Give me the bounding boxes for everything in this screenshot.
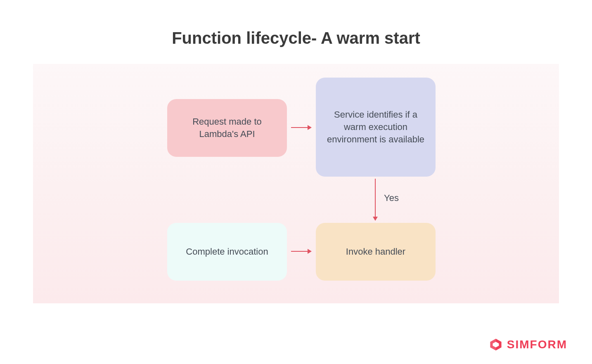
node-service-label: Service identifies if a warm execution e… <box>322 109 429 145</box>
brand-mark-icon <box>489 338 503 352</box>
brand-name: SIMFORM <box>507 338 567 351</box>
node-service: Service identifies if a warm execution e… <box>316 78 436 177</box>
node-complete: Complete invocation <box>167 223 287 281</box>
node-request-label: Request made to Lambda's API <box>174 116 280 140</box>
arrow-complete-to-invoke <box>291 251 311 252</box>
arrow-request-to-service <box>291 127 311 128</box>
diagram-title: Function lifecycle- A warm start <box>0 0 592 64</box>
arrow-service-to-invoke <box>375 179 376 220</box>
node-complete-label: Complete invocation <box>186 246 268 258</box>
node-request: Request made to Lambda's API <box>167 99 287 157</box>
node-invoke: Invoke handler <box>316 223 436 281</box>
edge-label-yes: Yes <box>384 193 399 203</box>
brand-logo: SIMFORM <box>489 338 567 352</box>
diagram-canvas: Request made to Lambda's API Service ide… <box>33 64 559 303</box>
node-invoke-label: Invoke handler <box>346 246 405 258</box>
